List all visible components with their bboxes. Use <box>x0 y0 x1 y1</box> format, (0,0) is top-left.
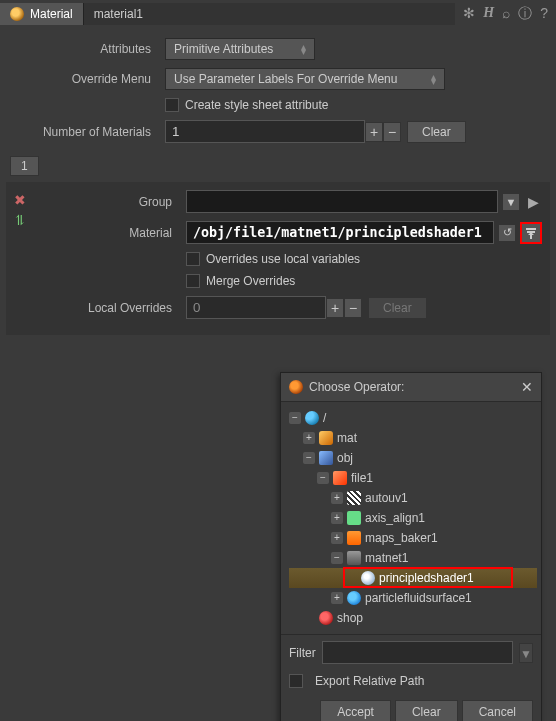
plus-button[interactable]: + <box>365 122 383 142</box>
tree-root[interactable]: − / <box>289 408 537 428</box>
group-play-icon[interactable]: ▶ <box>524 193 542 211</box>
filter-label: Filter <box>289 646 316 660</box>
expand-icon[interactable]: + <box>331 592 343 604</box>
caret-icon: ▴▾ <box>301 44 306 54</box>
geo-icon <box>333 471 347 485</box>
overrides-local-label: Overrides use local variables <box>206 252 360 266</box>
expand-icon[interactable]: + <box>331 492 343 504</box>
clear-button-disabled: Clear <box>368 297 427 319</box>
collapse-icon[interactable]: − <box>303 452 315 464</box>
tree-item-matnet1[interactable]: − matnet1 <box>289 548 537 568</box>
folder-icon <box>319 451 333 465</box>
tree-item-label: autouv1 <box>365 491 408 505</box>
merge-overrides-label: Merge Overrides <box>206 274 295 288</box>
node-icon <box>347 531 361 545</box>
attributes-dropdown[interactable]: Primitive Attributes ▴▾ <box>165 38 315 60</box>
close-icon[interactable]: ✕ <box>521 379 533 395</box>
tree-item-label: mat <box>337 431 357 445</box>
matnet-icon <box>347 551 361 565</box>
remove-icon[interactable]: ✖ <box>14 192 26 208</box>
attributes-value: Primitive Attributes <box>174 42 273 56</box>
overrides-local-checkbox[interactable] <box>186 252 200 266</box>
cancel-button[interactable]: Cancel <box>462 700 533 721</box>
tree-item-label: particlefluidsurface1 <box>365 591 472 605</box>
clear-button[interactable]: Clear <box>395 700 458 721</box>
reorder-icon[interactable]: ⥮ <box>14 212 26 228</box>
material-label: Material <box>36 226 186 240</box>
override-menu-dropdown[interactable]: Use Parameter Labels For Override Menu ▴… <box>165 68 445 90</box>
filter-dropdown-icon[interactable]: ▼ <box>519 643 533 663</box>
expand-icon[interactable]: + <box>331 532 343 544</box>
plus-button[interactable]: + <box>326 298 344 318</box>
dialog-title: Choose Operator: <box>309 380 515 394</box>
tree-item-label: maps_baker1 <box>365 531 438 545</box>
parameters-panel: Attributes Primitive Attributes ▴▾ Overr… <box>0 28 556 156</box>
tree-item-axisalign1[interactable]: + axis_align1 <box>289 508 537 528</box>
create-stylesheet-checkbox[interactable] <box>165 98 179 112</box>
tree-item-shop[interactable]: shop <box>289 608 537 628</box>
num-materials-label: Number of Materials <box>15 125 165 139</box>
export-relative-label: Export Relative Path <box>315 674 424 688</box>
material-tab-1[interactable]: 1 <box>10 156 39 176</box>
create-stylesheet-label: Create style sheet attribute <box>185 98 328 112</box>
minus-button[interactable]: − <box>383 122 401 142</box>
expand-icon[interactable]: + <box>303 432 315 444</box>
tree-item-particlefluid1[interactable]: + particlefluidsurface1 <box>289 588 537 608</box>
node-type-tab[interactable]: Material <box>0 3 83 25</box>
folder-icon <box>319 431 333 445</box>
local-overrides-input[interactable] <box>186 296 326 319</box>
merge-overrides-checkbox[interactable] <box>186 274 200 288</box>
node-icon <box>347 491 361 505</box>
group-input[interactable] <box>186 190 498 213</box>
tree-item-label: obj <box>337 451 353 465</box>
material-instance-panel: ✖ ⥮ Group ▼ ▶ Material ↺ Overrides use l… <box>6 182 550 335</box>
node-type-label: Material <box>30 7 73 21</box>
minus-button[interactable]: − <box>344 298 362 318</box>
tree-item-mat[interactable]: + mat <box>289 428 537 448</box>
header-icons: ✻ H ⌕ ⓘ ? <box>455 5 556 23</box>
accept-button[interactable]: Accept <box>320 700 391 721</box>
header-bar: Material material1 ✻ H ⌕ ⓘ ? <box>0 0 556 28</box>
expand-icon[interactable]: + <box>331 512 343 524</box>
choose-operator-dialog: Choose Operator: ✕ − / + mat − obj − fil… <box>280 372 542 721</box>
houdini-icon <box>289 380 303 394</box>
tree-item-label: shop <box>337 611 363 625</box>
operator-tree[interactable]: − / + mat − obj − file1 + autouv1 + axis… <box>281 402 541 634</box>
tree-item-mapsbaker1[interactable]: + maps_baker1 <box>289 528 537 548</box>
tree-item-label: matnet1 <box>365 551 408 565</box>
num-materials-input[interactable] <box>165 120 365 143</box>
search-icon[interactable]: ⌕ <box>502 5 510 23</box>
override-menu-label: Override Menu <box>15 72 165 86</box>
attributes-label: Attributes <box>15 42 165 56</box>
shop-icon <box>319 611 333 625</box>
filter-input[interactable] <box>322 641 513 664</box>
shader-icon <box>361 571 375 585</box>
tree-item-label: file1 <box>351 471 373 485</box>
tree-item-obj[interactable]: − obj <box>289 448 537 468</box>
h-icon[interactable]: H <box>483 5 494 23</box>
tree-item-autouv1[interactable]: + autouv1 <box>289 488 537 508</box>
local-overrides-label: Local Overrides <box>36 301 186 315</box>
collapse-icon[interactable]: − <box>331 552 343 564</box>
group-dropdown-icon[interactable]: ▼ <box>502 193 520 211</box>
caret-icon: ▴▾ <box>431 74 436 84</box>
gear-icon[interactable]: ✻ <box>463 5 475 23</box>
info-icon[interactable]: ⓘ <box>518 5 532 23</box>
collapse-icon[interactable]: − <box>289 412 301 424</box>
material-history-icon[interactable]: ↺ <box>498 224 516 242</box>
world-icon <box>305 411 319 425</box>
tree-item-label: axis_align1 <box>365 511 425 525</box>
node-icon <box>347 591 361 605</box>
tree-item-file1[interactable]: − file1 <box>289 468 537 488</box>
help-icon[interactable]: ? <box>540 5 548 23</box>
node-name-field[interactable]: material1 <box>83 3 456 25</box>
tree-item-principledshader1[interactable]: principledshader1 <box>289 568 537 588</box>
material-path-input[interactable] <box>186 221 494 244</box>
material-icon <box>10 7 24 21</box>
export-relative-checkbox[interactable] <box>289 674 303 688</box>
override-menu-value: Use Parameter Labels For Override Menu <box>174 72 397 86</box>
collapse-icon[interactable]: − <box>317 472 329 484</box>
open-chooser-button[interactable] <box>520 222 542 244</box>
tree-item-label: / <box>323 411 326 425</box>
clear-button[interactable]: Clear <box>407 121 466 143</box>
